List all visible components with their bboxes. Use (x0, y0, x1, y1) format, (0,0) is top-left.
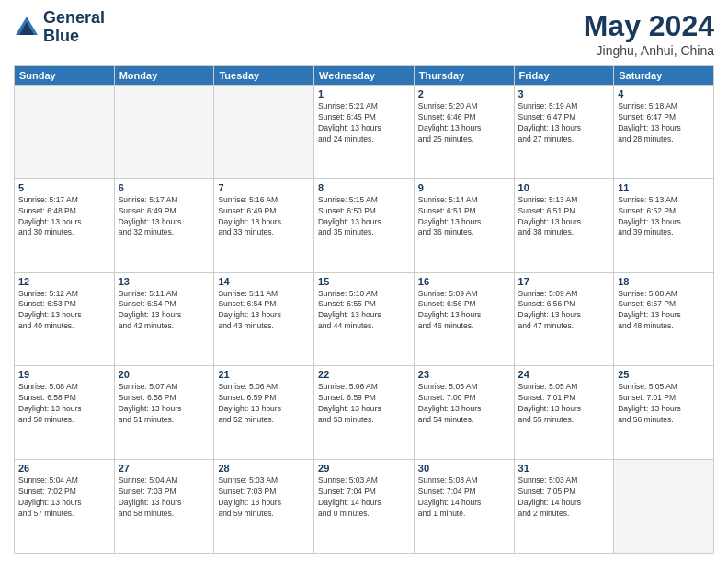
day-info: Sunrise: 5:07 AM Sunset: 6:58 PM Dayligh… (119, 382, 210, 426)
day-info: Sunrise: 5:05 AM Sunset: 7:01 PM Dayligh… (618, 382, 710, 426)
day-info: Sunrise: 5:03 AM Sunset: 7:05 PM Dayligh… (518, 476, 610, 520)
day-cell-0-1 (114, 86, 214, 179)
day-number: 13 (119, 276, 210, 287)
day-cell-2-1: 13Sunrise: 5:11 AM Sunset: 6:54 PM Dayli… (114, 272, 214, 366)
logo: General Blue (14, 9, 105, 46)
day-cell-3-1: 20Sunrise: 5:07 AM Sunset: 6:58 PM Dayli… (114, 366, 214, 460)
day-cell-0-2 (214, 86, 314, 179)
day-number: 7 (218, 182, 310, 193)
day-info: Sunrise: 5:03 AM Sunset: 7:04 PM Dayligh… (318, 476, 410, 520)
day-info: Sunrise: 5:05 AM Sunset: 7:00 PM Dayligh… (418, 382, 510, 426)
day-number: 4 (618, 88, 710, 99)
day-info: Sunrise: 5:06 AM Sunset: 6:59 PM Dayligh… (218, 382, 310, 426)
day-info: Sunrise: 5:11 AM Sunset: 6:54 PM Dayligh… (218, 289, 310, 333)
day-number: 12 (18, 276, 110, 287)
day-number: 25 (618, 369, 710, 380)
day-cell-2-0: 12Sunrise: 5:12 AM Sunset: 6:53 PM Dayli… (15, 272, 115, 366)
day-cell-3-0: 19Sunrise: 5:08 AM Sunset: 6:58 PM Dayli… (15, 366, 115, 460)
day-info: Sunrise: 5:18 AM Sunset: 6:47 PM Dayligh… (618, 101, 710, 145)
day-info: Sunrise: 5:15 AM Sunset: 6:50 PM Dayligh… (318, 195, 410, 239)
day-number: 29 (318, 463, 410, 474)
week-row-4: 19Sunrise: 5:08 AM Sunset: 6:58 PM Dayli… (15, 366, 714, 460)
subtitle: Jinghu, Anhui, China (584, 43, 714, 58)
day-info: Sunrise: 5:09 AM Sunset: 6:56 PM Dayligh… (518, 289, 610, 333)
day-number: 11 (618, 182, 710, 193)
day-info: Sunrise: 5:11 AM Sunset: 6:54 PM Dayligh… (119, 289, 210, 333)
day-cell-3-2: 21Sunrise: 5:06 AM Sunset: 6:59 PM Dayli… (214, 366, 314, 460)
day-cell-2-5: 17Sunrise: 5:09 AM Sunset: 6:56 PM Dayli… (514, 272, 614, 366)
day-number: 23 (418, 369, 510, 380)
day-number: 17 (518, 276, 610, 287)
day-cell-1-6: 11Sunrise: 5:13 AM Sunset: 6:52 PM Dayli… (614, 178, 714, 272)
day-info: Sunrise: 5:03 AM Sunset: 7:03 PM Dayligh… (218, 476, 310, 520)
day-cell-4-6 (614, 460, 714, 554)
day-cell-2-3: 15Sunrise: 5:10 AM Sunset: 6:55 PM Dayli… (314, 272, 415, 366)
day-info: Sunrise: 5:19 AM Sunset: 6:47 PM Dayligh… (518, 101, 610, 145)
day-number: 18 (618, 276, 710, 287)
day-cell-2-2: 14Sunrise: 5:11 AM Sunset: 6:54 PM Dayli… (214, 272, 314, 366)
day-cell-0-4: 2Sunrise: 5:20 AM Sunset: 6:46 PM Daylig… (414, 86, 514, 179)
day-number: 24 (518, 369, 610, 380)
day-info: Sunrise: 5:05 AM Sunset: 7:01 PM Dayligh… (518, 382, 610, 426)
calendar: Sunday Monday Tuesday Wednesday Thursday… (14, 65, 714, 554)
day-info: Sunrise: 5:17 AM Sunset: 6:48 PM Dayligh… (18, 195, 110, 239)
calendar-header-row: Sunday Monday Tuesday Wednesday Thursday… (15, 66, 714, 86)
week-row-5: 26Sunrise: 5:04 AM Sunset: 7:02 PM Dayli… (15, 460, 714, 554)
day-number: 15 (318, 276, 410, 287)
main-title: May 2024 (584, 9, 714, 43)
day-info: Sunrise: 5:08 AM Sunset: 6:58 PM Dayligh… (18, 382, 110, 426)
day-info: Sunrise: 5:14 AM Sunset: 6:51 PM Dayligh… (418, 195, 510, 239)
day-number: 5 (18, 182, 110, 193)
day-info: Sunrise: 5:17 AM Sunset: 6:49 PM Dayligh… (119, 195, 210, 239)
day-cell-3-5: 24Sunrise: 5:05 AM Sunset: 7:01 PM Dayli… (514, 366, 614, 460)
day-info: Sunrise: 5:16 AM Sunset: 6:49 PM Dayligh… (218, 195, 310, 239)
day-number: 8 (318, 182, 410, 193)
day-cell-2-4: 16Sunrise: 5:09 AM Sunset: 6:56 PM Dayli… (414, 272, 514, 366)
day-number: 14 (218, 276, 310, 287)
day-cell-1-4: 9Sunrise: 5:14 AM Sunset: 6:51 PM Daylig… (414, 178, 514, 272)
col-thursday: Thursday (414, 66, 514, 86)
day-cell-1-2: 7Sunrise: 5:16 AM Sunset: 6:49 PM Daylig… (214, 178, 314, 272)
day-cell-0-6: 4Sunrise: 5:18 AM Sunset: 6:47 PM Daylig… (614, 86, 714, 179)
day-number: 22 (318, 369, 410, 380)
day-cell-3-4: 23Sunrise: 5:05 AM Sunset: 7:00 PM Dayli… (414, 366, 514, 460)
week-row-1: 1Sunrise: 5:21 AM Sunset: 6:45 PM Daylig… (15, 86, 714, 179)
day-cell-4-4: 30Sunrise: 5:03 AM Sunset: 7:04 PM Dayli… (414, 460, 514, 554)
day-info: Sunrise: 5:10 AM Sunset: 6:55 PM Dayligh… (318, 289, 410, 333)
day-number: 2 (418, 88, 510, 99)
day-number: 21 (218, 369, 310, 380)
day-number: 30 (418, 463, 510, 474)
day-number: 26 (18, 463, 110, 474)
day-cell-0-0 (15, 86, 115, 179)
week-row-2: 5Sunrise: 5:17 AM Sunset: 6:48 PM Daylig… (15, 178, 714, 272)
day-cell-0-3: 1Sunrise: 5:21 AM Sunset: 6:45 PM Daylig… (314, 86, 415, 179)
day-number: 27 (119, 463, 210, 474)
day-cell-4-3: 29Sunrise: 5:03 AM Sunset: 7:04 PM Dayli… (314, 460, 415, 554)
title-block: May 2024 Jinghu, Anhui, China (584, 9, 714, 58)
day-cell-1-3: 8Sunrise: 5:15 AM Sunset: 6:50 PM Daylig… (314, 178, 415, 272)
header: General Blue May 2024 Jinghu, Anhui, Chi… (14, 9, 714, 58)
logo-icon (14, 15, 40, 40)
day-info: Sunrise: 5:13 AM Sunset: 6:51 PM Dayligh… (518, 195, 610, 239)
day-number: 19 (18, 369, 110, 380)
col-friday: Friday (514, 66, 614, 86)
day-number: 31 (518, 463, 610, 474)
day-cell-1-5: 10Sunrise: 5:13 AM Sunset: 6:51 PM Dayli… (514, 178, 614, 272)
day-cell-4-5: 31Sunrise: 5:03 AM Sunset: 7:05 PM Dayli… (514, 460, 614, 554)
day-cell-2-6: 18Sunrise: 5:08 AM Sunset: 6:57 PM Dayli… (614, 272, 714, 366)
day-number: 6 (119, 182, 210, 193)
col-sunday: Sunday (15, 66, 115, 86)
day-info: Sunrise: 5:03 AM Sunset: 7:04 PM Dayligh… (418, 476, 510, 520)
col-saturday: Saturday (614, 66, 714, 86)
day-info: Sunrise: 5:06 AM Sunset: 6:59 PM Dayligh… (318, 382, 410, 426)
col-monday: Monday (114, 66, 214, 86)
logo-text: General Blue (43, 9, 105, 46)
day-info: Sunrise: 5:04 AM Sunset: 7:03 PM Dayligh… (119, 476, 210, 520)
page: General Blue May 2024 Jinghu, Anhui, Chi… (0, 0, 728, 563)
day-cell-4-2: 28Sunrise: 5:03 AM Sunset: 7:03 PM Dayli… (214, 460, 314, 554)
day-info: Sunrise: 5:13 AM Sunset: 6:52 PM Dayligh… (618, 195, 710, 239)
day-cell-4-1: 27Sunrise: 5:04 AM Sunset: 7:03 PM Dayli… (114, 460, 214, 554)
day-info: Sunrise: 5:12 AM Sunset: 6:53 PM Dayligh… (18, 289, 110, 333)
day-cell-3-6: 25Sunrise: 5:05 AM Sunset: 7:01 PM Dayli… (614, 366, 714, 460)
day-number: 20 (119, 369, 210, 380)
